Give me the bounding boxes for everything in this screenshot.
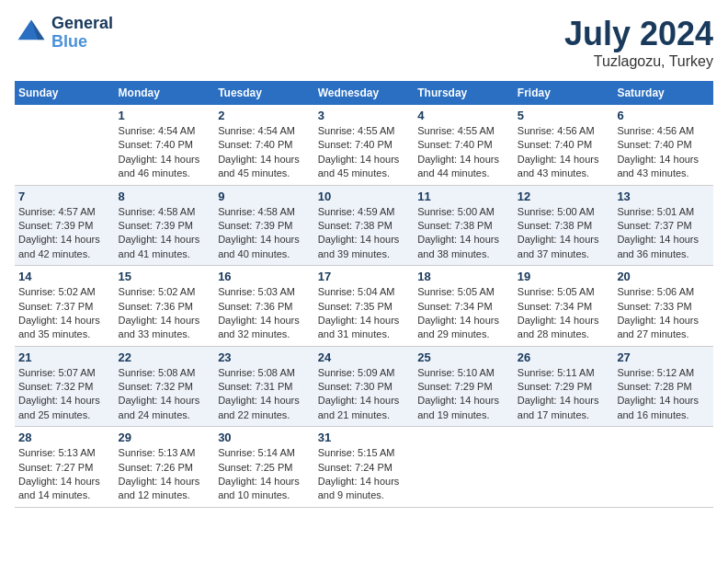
cell-info-line: Daylight: 14 hours <box>617 394 710 408</box>
cell-info-line: and 12 minutes. <box>119 488 211 502</box>
day-number: 17 <box>318 270 411 283</box>
cell-info-line: Sunrise: 5:14 AM <box>218 446 311 460</box>
cell-info-line: Sunset: 7:27 PM <box>18 461 111 475</box>
cell-info-line: Sunrise: 4:55 AM <box>318 124 411 138</box>
day-number: 31 <box>318 431 411 444</box>
cell-info-line: Daylight: 14 hours <box>119 475 211 488</box>
cell-info-line: Daylight: 14 hours <box>518 233 610 247</box>
cell-info-line: Sunset: 7:38 PM <box>518 219 610 233</box>
calendar-week-row: 14Sunrise: 5:02 AMSunset: 7:37 PMDayligh… <box>15 266 713 347</box>
cell-info-line: and 21 minutes. <box>318 408 411 422</box>
cell-info-line: Sunrise: 5:07 AM <box>18 366 111 380</box>
day-number: 4 <box>417 109 510 122</box>
day-number: 16 <box>218 270 311 283</box>
cell-info-line: and 25 minutes. <box>18 408 111 422</box>
cell-info-line: Daylight: 14 hours <box>417 153 510 167</box>
cell-info-line: Sunrise: 4:58 AM <box>218 205 311 219</box>
cell-info-line: and 19 minutes. <box>417 408 510 422</box>
month-title: July 2024 <box>564 15 713 53</box>
calendar-cell <box>613 427 713 508</box>
cell-info-line: Sunrise: 5:06 AM <box>617 285 710 299</box>
cell-info-line: Sunset: 7:36 PM <box>218 300 311 314</box>
calendar-week-row: 21Sunrise: 5:07 AMSunset: 7:32 PMDayligh… <box>15 346 713 427</box>
calendar-week-row: 28Sunrise: 5:13 AMSunset: 7:27 PMDayligh… <box>15 427 713 508</box>
calendar-cell: 8Sunrise: 4:58 AMSunset: 7:39 PMDaylight… <box>115 185 215 266</box>
day-number: 12 <box>518 190 610 203</box>
cell-info-line: Sunrise: 5:00 AM <box>417 205 510 219</box>
cell-info-line: Sunrise: 5:13 AM <box>18 446 111 460</box>
day-number: 6 <box>617 109 710 122</box>
cell-info-line: Daylight: 14 hours <box>417 314 510 327</box>
day-number: 20 <box>617 270 710 283</box>
cell-info-line: Daylight: 14 hours <box>617 233 710 247</box>
cell-info-line: Daylight: 14 hours <box>318 394 411 408</box>
cell-info-line: Sunrise: 5:00 AM <box>518 205 610 219</box>
cell-info-line: and 27 minutes. <box>617 327 710 341</box>
cell-info-line: Sunset: 7:32 PM <box>119 380 211 394</box>
calendar-week-row: 1Sunrise: 4:54 AMSunset: 7:40 PMDaylight… <box>15 105 713 185</box>
header-friday: Friday <box>514 81 614 105</box>
cell-info-line: Sunrise: 4:54 AM <box>218 124 311 138</box>
day-number: 11 <box>417 190 510 203</box>
cell-info-line: Sunset: 7:34 PM <box>518 300 610 314</box>
cell-info-line: Sunrise: 4:59 AM <box>318 205 411 219</box>
logo-icon <box>15 17 48 50</box>
calendar-cell: 4Sunrise: 4:55 AMSunset: 7:40 PMDaylight… <box>414 105 514 185</box>
cell-info-line: Sunset: 7:33 PM <box>617 300 710 314</box>
cell-info-line: Daylight: 14 hours <box>119 394 211 408</box>
cell-info-line: and 14 minutes. <box>18 488 111 502</box>
calendar-cell: 3Sunrise: 4:55 AMSunset: 7:40 PMDaylight… <box>314 105 415 185</box>
cell-info-line: Sunset: 7:37 PM <box>617 219 710 233</box>
cell-info-line: and 17 minutes. <box>518 408 610 422</box>
cell-info-line: Sunset: 7:36 PM <box>119 300 211 314</box>
cell-info-line: Sunrise: 5:05 AM <box>518 285 610 299</box>
cell-info-line: and 38 minutes. <box>417 247 510 261</box>
calendar-header-row: SundayMondayTuesdayWednesdayThursdayFrid… <box>15 81 713 105</box>
cell-info-line: Daylight: 14 hours <box>518 394 610 408</box>
day-number: 24 <box>318 350 411 364</box>
cell-info-line: Sunrise: 5:13 AM <box>119 446 211 460</box>
calendar-cell <box>514 427 614 508</box>
calendar-cell: 25Sunrise: 5:10 AMSunset: 7:29 PMDayligh… <box>414 346 514 427</box>
cell-info-line: Sunset: 7:39 PM <box>119 219 211 233</box>
cell-info-line: and 44 minutes. <box>417 167 510 180</box>
cell-info-line: Sunrise: 5:12 AM <box>617 366 710 380</box>
cell-info-line: Daylight: 14 hours <box>119 233 211 247</box>
cell-info-line: Daylight: 14 hours <box>417 233 510 247</box>
day-number: 14 <box>18 270 111 283</box>
cell-info-line: and 9 minutes. <box>318 488 411 502</box>
calendar-body: 1Sunrise: 4:54 AMSunset: 7:40 PMDaylight… <box>15 105 713 507</box>
logo: General Blue <box>15 15 113 52</box>
calendar-cell: 28Sunrise: 5:13 AMSunset: 7:27 PMDayligh… <box>15 427 115 508</box>
cell-info-line: Sunset: 7:35 PM <box>318 300 411 314</box>
day-number: 27 <box>617 350 710 364</box>
cell-info-line: Sunrise: 4:55 AM <box>417 124 510 138</box>
cell-info-line: Sunrise: 4:56 AM <box>518 124 610 138</box>
cell-info-line: Sunrise: 4:57 AM <box>18 205 111 219</box>
cell-info-line: and 24 minutes. <box>119 408 211 422</box>
cell-info-line: and 16 minutes. <box>617 408 710 422</box>
cell-info-line: Sunrise: 5:08 AM <box>119 366 211 380</box>
calendar-cell: 16Sunrise: 5:03 AMSunset: 7:36 PMDayligh… <box>214 266 314 347</box>
cell-info-line: and 43 minutes. <box>518 167 610 180</box>
cell-info-line: Sunset: 7:40 PM <box>318 138 411 152</box>
cell-info-line: and 33 minutes. <box>119 327 211 341</box>
cell-info-line: Sunset: 7:24 PM <box>318 461 411 475</box>
calendar-cell: 22Sunrise: 5:08 AMSunset: 7:32 PMDayligh… <box>115 346 215 427</box>
day-number: 22 <box>119 350 211 364</box>
day-number: 29 <box>119 431 211 444</box>
cell-info-line: Sunset: 7:31 PM <box>218 380 311 394</box>
calendar-cell: 18Sunrise: 5:05 AMSunset: 7:34 PMDayligh… <box>414 266 514 347</box>
cell-info-line: and 43 minutes. <box>617 167 710 180</box>
cell-info-line: Sunrise: 5:02 AM <box>119 285 211 299</box>
cell-info-line: Daylight: 14 hours <box>119 314 211 327</box>
cell-info-line: Sunset: 7:25 PM <box>218 461 311 475</box>
cell-info-line: Sunset: 7:30 PM <box>318 380 411 394</box>
cell-info-line: and 36 minutes. <box>617 247 710 261</box>
cell-info-line: Sunrise: 5:10 AM <box>417 366 510 380</box>
cell-info-line: Daylight: 14 hours <box>218 314 311 327</box>
calendar-cell: 2Sunrise: 4:54 AMSunset: 7:40 PMDaylight… <box>214 105 314 185</box>
cell-info-line: Daylight: 14 hours <box>218 394 311 408</box>
calendar-cell: 14Sunrise: 5:02 AMSunset: 7:37 PMDayligh… <box>15 266 115 347</box>
cell-info-line: and 42 minutes. <box>18 247 111 261</box>
